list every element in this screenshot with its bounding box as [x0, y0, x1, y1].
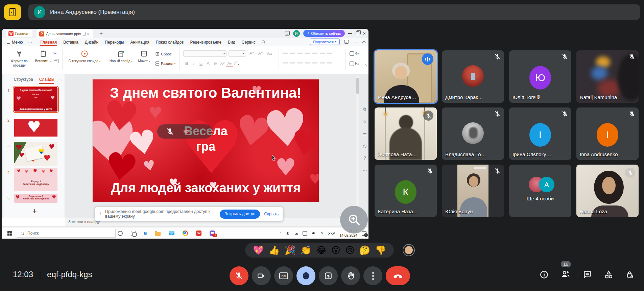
shape-fill-button[interactable]: Фи — [350, 51, 359, 56]
align-format-buttons[interactable] — [283, 62, 343, 68]
tab-glavnaya[interactable]: Главная — [40, 39, 57, 46]
reaction-clap[interactable]: 👏 — [300, 246, 311, 254]
reaction-surprised[interactable]: 😮 — [331, 246, 340, 254]
slides-tab[interactable]: Слайды — [39, 77, 54, 84]
participant-tile[interactable]: Владислава То… — [442, 107, 504, 160]
drag-grip-icon[interactable]: ‖ — [99, 212, 101, 216]
italic-button[interactable]: I — [190, 61, 197, 67]
more-options-icon[interactable]: ··· — [353, 40, 358, 44]
slide-canvas[interactable]: ♥ ♥ ♥ ♥ ♥ ♥ ♥ ♥ ♥ ♥ ♥ ♥ ♥ ♥ ♥ З днем свя… — [93, 79, 319, 202]
window-restore-button[interactable] — [356, 31, 359, 35]
file-explorer-icon[interactable] — [155, 232, 161, 236]
window-close-button[interactable]: × — [363, 31, 366, 36]
font-size-select[interactable]: ▾ — [229, 50, 246, 57]
host-controls-button[interactable] — [625, 270, 635, 279]
stop-sharing-button[interactable]: Закрыть доступ — [220, 210, 260, 219]
slide-show-panel-icon[interactable]: ⧉ — [363, 106, 366, 112]
play-from-current-slide-button[interactable]: С текущего слайда ▾ — [66, 49, 103, 64]
update-now-button[interactable]: ⚡ Обновить сейчас — [303, 30, 345, 37]
slide-thumbnail-4[interactable]: ♥ ♥ ♥ ♥ ♥ Раунд І Запитання - відповідь — [14, 168, 57, 191]
underline-button[interactable]: U — [197, 61, 205, 67]
wps-document-tab[interactable]: P День закоханих.pptx — [37, 29, 93, 38]
participant-tile[interactable]: Hanna Loza — [576, 165, 639, 217]
more-options-button[interactable] — [363, 266, 382, 285]
notification-center-icon[interactable]: 1 — [362, 231, 366, 236]
settings-sliders-icon[interactable]: ⚌ — [363, 131, 367, 136]
superscript-button[interactable]: X² — [219, 61, 226, 67]
participant-tile[interactable]: I Inna Andrusenko — [576, 107, 639, 160]
cut-button[interactable]: ✂ — [53, 51, 57, 56]
participant-tile[interactable]: Инна Андрусе… — [375, 50, 437, 103]
tray-pen-icon[interactable]: ✎ — [320, 231, 324, 236]
tab-animatsiya[interactable]: Анимация — [130, 39, 150, 46]
reaction-party[interactable]: 🎉 — [285, 246, 295, 254]
raise-hand-button[interactable] — [341, 266, 360, 285]
help-icon[interactable]: ? — [363, 155, 366, 161]
task-view-icon[interactable] — [131, 231, 136, 236]
overlay-more-icon[interactable]: ⋮ — [199, 129, 204, 134]
taskbar-search[interactable] — [17, 229, 116, 238]
canvas-scrollbar-thumb[interactable] — [356, 78, 359, 94]
activities-button[interactable] — [604, 270, 613, 279]
font-color-button[interactable]: A▾ — [226, 61, 233, 67]
font-family-select[interactable]: ▾ — [183, 50, 226, 57]
reactions-toggle-button[interactable] — [296, 266, 315, 285]
magnifier-overlay-button[interactable] — [340, 206, 368, 234]
find-button[interactable]: На — [350, 62, 359, 66]
menu-more-icon[interactable]: ··· — [27, 40, 32, 45]
wps-office-icon[interactable]: W — [196, 231, 201, 236]
slide-thumbnail-2[interactable]: ♥ — [14, 116, 57, 139]
tab-vid[interactable]: Вид — [228, 39, 236, 46]
reaction-sad[interactable]: 😢 — [345, 246, 354, 254]
chrome-browser-icon[interactable] — [183, 231, 188, 236]
reaction-heart[interactable]: 💖 — [253, 246, 264, 254]
tab-vstavka[interactable]: Вставка — [63, 39, 79, 46]
language-indicator[interactable]: УКР — [328, 231, 335, 235]
camera-toggle-button[interactable] — [252, 266, 271, 285]
window-list-icon[interactable]: 1 — [285, 31, 290, 35]
participant-tile[interactable]: Natalj Kamunina — [576, 50, 639, 103]
comment-icon[interactable] — [344, 40, 349, 44]
section-button[interactable]: Раздел ▾ — [155, 61, 175, 66]
wps-share-button[interactable]: Поделиться ▾ — [310, 39, 340, 45]
reaction-thumbs-down[interactable]: 👎 — [375, 246, 386, 254]
increase-font-icon[interactable]: A⁺ — [249, 51, 254, 56]
tab-servis[interactable]: Сервис — [241, 39, 256, 46]
paste-button[interactable]: Вставить ▾ — [34, 49, 52, 64]
tab-dizayn[interactable]: Дизайн — [85, 39, 99, 46]
participant-tile[interactable]: Юлія Боцун — [442, 165, 504, 217]
reaction-thumbs-up[interactable]: 👍 — [269, 246, 280, 254]
meeting-details-button[interactable] — [540, 270, 549, 279]
mail-app-icon[interactable] — [169, 231, 174, 235]
tab-retsenzirovanie[interactable]: Рецензирование — [190, 39, 222, 46]
slide-thumbnail-3[interactable]: ♥ ♥ ♥ ♥ ♥ ♥ — [14, 142, 57, 166]
chat-panel-button[interactable] — [583, 270, 592, 279]
participant-tile[interactable]: Дмитро Карак… — [442, 50, 504, 103]
slide-thumbnail-5[interactable]: ♥ ♥ Запитання 1 Який твір виконували — [14, 194, 57, 203]
edge-browser-icon[interactable]: e — [144, 230, 147, 237]
more-participants-tile[interactable]: A Ще 4 особи — [509, 165, 571, 217]
tray-volume-icon[interactable] — [311, 231, 316, 236]
captions-button[interactable]: cc — [274, 266, 293, 285]
participant-tile[interactable]: І Ірина Слєпоку… — [509, 107, 571, 160]
hide-notification-link[interactable]: Скрыть — [264, 212, 279, 216]
people-panel-button[interactable]: 16 — [561, 269, 571, 280]
ribbon-search-icon[interactable] — [261, 40, 266, 44]
history-clock-icon[interactable]: ◷ — [363, 143, 366, 148]
new-slide-button[interactable]: Новый слайд ▾ — [109, 49, 133, 64]
mic-toggle-button[interactable] — [230, 266, 248, 285]
tab-pokaz-slaydov[interactable]: Показ слайдов — [156, 39, 184, 46]
char-spacing-button[interactable]: A — [205, 61, 212, 67]
end-call-button[interactable] — [386, 266, 410, 285]
tab-perekhody[interactable]: Переходы — [104, 39, 124, 46]
slide-thumbnail-1[interactable]: З днем святого Валентина! Веселагра Для … — [14, 87, 57, 112]
tray-app-icon[interactable] — [303, 231, 307, 236]
meet-mini-controls-overlay[interactable]: ⋮ — [157, 124, 212, 139]
bold-button[interactable]: B — [183, 61, 190, 67]
wps-account-avatar[interactable]: И — [293, 30, 300, 37]
side-more-icon[interactable]: ⋯ — [363, 168, 367, 173]
tray-cloud-icon[interactable]: ☁ — [294, 231, 298, 236]
windows-start-button[interactable] — [7, 231, 12, 236]
wps-home-tab[interactable]: W Главная — [6, 30, 32, 37]
tray-expand-icon[interactable]: ^ — [280, 231, 281, 235]
